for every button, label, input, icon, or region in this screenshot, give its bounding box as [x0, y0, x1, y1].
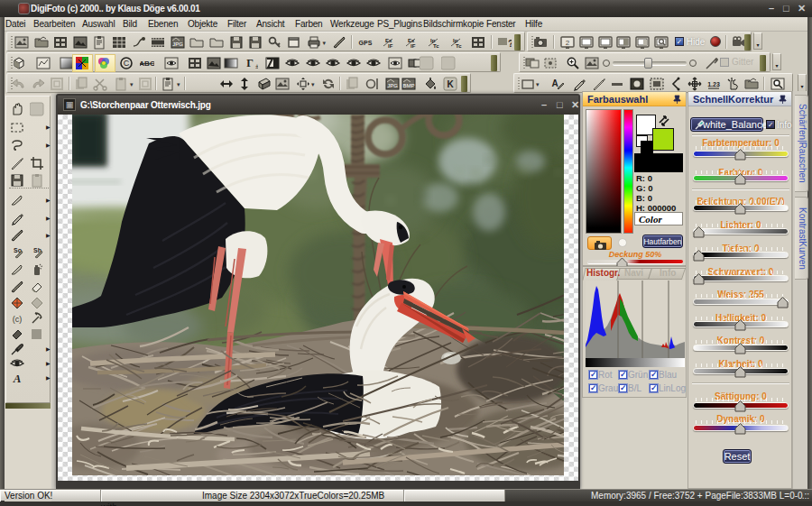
svg-text:Γ: Γ	[246, 57, 254, 69]
svg-text:K: K	[447, 79, 454, 89]
svg-text:GPS: GPS	[359, 40, 373, 46]
svg-text:IF: IF	[411, 43, 416, 49]
svg-text:?: ?	[508, 39, 512, 49]
svg-text:A: A	[551, 78, 558, 88]
svg-text:JPG: JPG	[387, 83, 398, 88]
svg-text:A: A	[13, 372, 22, 385]
svg-text:±: ±	[255, 63, 258, 69]
svg-text:JPG: JPG	[172, 41, 183, 47]
svg-text:Tc: Tc	[433, 43, 439, 49]
svg-text:BMP: BMP	[402, 83, 414, 88]
svg-text:2: 2	[566, 39, 570, 47]
svg-text:ABC: ABC	[140, 60, 154, 68]
svg-text:IF: IF	[388, 43, 393, 49]
svg-text:1.23: 1.23	[707, 81, 720, 87]
svg-text:Tc: Tc	[456, 43, 462, 49]
svg-text:(c): (c)	[13, 315, 23, 324]
svg-text:C: C	[124, 59, 130, 68]
